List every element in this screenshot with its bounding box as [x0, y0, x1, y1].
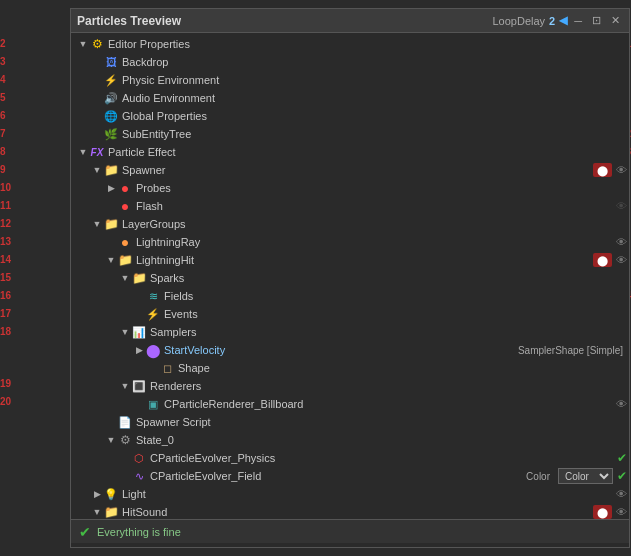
- marker-8: 8: [0, 146, 6, 157]
- tree-node-label: Backdrop: [122, 56, 627, 68]
- red-badge: ⬤: [593, 505, 612, 519]
- tree-row[interactable]: ≋Fields: [71, 287, 629, 305]
- tree-row[interactable]: ▼FXParticle Effect: [71, 143, 629, 161]
- tree-node-label: Probes: [136, 182, 627, 194]
- visibility-eye-icon[interactable]: 👁: [616, 164, 627, 176]
- loop-delay-value: 2: [549, 15, 555, 27]
- expand-arrow[interactable]: ▼: [119, 381, 131, 391]
- expand-arrow[interactable]: ▼: [105, 255, 117, 265]
- loop-delay-label: LoopDelay: [492, 15, 545, 27]
- tree-row[interactable]: ▼⚙Editor Properties: [71, 35, 629, 53]
- marker-11: 11: [0, 200, 11, 211]
- tree-node-label: Events: [164, 308, 627, 320]
- tree-row[interactable]: ⚡Physic Environment: [71, 71, 629, 89]
- tree-row[interactable]: ●Flash👁: [71, 197, 629, 215]
- folder-icon: 📁: [103, 504, 119, 519]
- expand-arrow[interactable]: ▼: [119, 273, 131, 283]
- dot-icon: ●: [117, 234, 133, 250]
- tree-node-label: Samplers: [150, 326, 627, 338]
- tree-node-label: Global Properties: [122, 110, 627, 122]
- visibility-eye-icon[interactable]: 👁: [616, 488, 627, 500]
- expand-arrow[interactable]: ▼: [91, 219, 103, 229]
- marker-6: 6: [0, 110, 6, 121]
- tree-node-label: Audio Environment: [122, 92, 627, 104]
- marker-20: 20: [0, 396, 11, 407]
- tree-row[interactable]: ▶●Probes: [71, 179, 629, 197]
- loop-delay-indicator: ◀: [559, 14, 567, 27]
- marker-18: 18: [0, 326, 11, 337]
- dot-icon: ●: [117, 198, 133, 214]
- tree-row[interactable]: ▼📁Sparks: [71, 269, 629, 287]
- status-text: Everything is fine: [97, 526, 181, 538]
- tree-row[interactable]: ▼🔳Renderers: [71, 377, 629, 395]
- tree-node-label: Fields: [164, 290, 627, 302]
- tree-node-label: CParticleEvolver_Physics: [150, 452, 617, 464]
- tree-node-label: StartVelocity: [164, 344, 518, 356]
- samplers-icon: 📊: [131, 324, 147, 340]
- tree-node-label: Renderers: [150, 380, 627, 392]
- tree-row[interactable]: 📄Spawner Script: [71, 413, 629, 431]
- tree-row[interactable]: ⬡CParticleEvolver_Physics✔: [71, 449, 629, 467]
- tree-area: ▼⚙Editor Properties🖼Backdrop⚡Physic Envi…: [71, 33, 629, 519]
- tree-row[interactable]: 🌐Global Properties: [71, 107, 629, 125]
- expand-arrow[interactable]: ▼: [91, 165, 103, 175]
- expand-arrow[interactable]: ▶: [133, 345, 145, 355]
- marker-19: 19: [0, 378, 11, 389]
- check-mark: ✔: [617, 469, 627, 483]
- expand-arrow[interactable]: ▼: [105, 435, 117, 445]
- expand-arrow[interactable]: ▼: [91, 507, 103, 517]
- color-dropdown[interactable]: Color: [558, 468, 613, 484]
- row-right-controls: 👁: [616, 488, 627, 500]
- tree-node-label: Editor Properties: [108, 38, 627, 50]
- marker-14: 14: [0, 254, 11, 265]
- red-badge: ⬤: [593, 253, 612, 267]
- status-bar: ✔ Everything is fine: [71, 519, 629, 543]
- visibility-eye-icon[interactable]: 👁: [616, 398, 627, 410]
- tree-row[interactable]: ⚡Events: [71, 305, 629, 323]
- tree-row[interactable]: ◻Shape: [71, 359, 629, 377]
- tree-node-label: State_0: [136, 434, 627, 446]
- expand-arrow[interactable]: ▶: [105, 183, 117, 193]
- dock-button[interactable]: ⊡: [589, 13, 604, 28]
- visibility-eye-icon[interactable]: 👁: [616, 200, 627, 212]
- tree-node-label: CParticleRenderer_Billboard: [164, 398, 616, 410]
- marker-13: 13: [0, 236, 11, 247]
- tree-node-label: Spawner: [122, 164, 593, 176]
- visibility-eye-icon[interactable]: 👁: [616, 506, 627, 518]
- tree-row[interactable]: ▼⚙State_0: [71, 431, 629, 449]
- visibility-eye-icon[interactable]: 👁: [616, 254, 627, 266]
- marker-17: 17: [0, 308, 11, 319]
- tree-row[interactable]: ▼📊Samplers: [71, 323, 629, 341]
- tree-row[interactable]: ▣CParticleRenderer_Billboard👁: [71, 395, 629, 413]
- tree-row[interactable]: ▼📁Spawner⬤👁: [71, 161, 629, 179]
- row-right-controls: ⬤👁: [593, 505, 627, 519]
- panel-header: Particles Treeview LoopDelay 2 ◀ ─ ⊡ ✕: [71, 9, 629, 33]
- row-right-controls: SamplerShape [Simple]: [518, 345, 627, 356]
- wave-icon: ∿: [131, 468, 147, 484]
- tree-row[interactable]: ●LightningRay👁: [71, 233, 629, 251]
- gear-icon: ⚙: [89, 36, 105, 52]
- expand-arrow[interactable]: ▼: [119, 327, 131, 337]
- tree-row[interactable]: ∿CParticleEvolver_FieldColorColor✔: [71, 467, 629, 485]
- tree-row[interactable]: ▶⬤StartVelocitySamplerShape [Simple]: [71, 341, 629, 359]
- tree-row[interactable]: 🌿SubEntityTree: [71, 125, 629, 143]
- tree-row[interactable]: ▶💡Light👁: [71, 485, 629, 503]
- tree-row[interactable]: ▼📁HitSound⬤👁: [71, 503, 629, 519]
- marker-3: 3: [0, 56, 6, 67]
- expand-arrow[interactable]: ▶: [91, 489, 103, 499]
- expand-arrow[interactable]: ▼: [77, 39, 89, 49]
- visibility-eye-icon[interactable]: 👁: [616, 236, 627, 248]
- expand-arrow[interactable]: ▼: [77, 147, 89, 157]
- tree-row[interactable]: 🖼Backdrop: [71, 53, 629, 71]
- close-button[interactable]: ✕: [608, 13, 623, 28]
- status-icon: ✔: [79, 524, 91, 540]
- tree-row[interactable]: 🔊Audio Environment: [71, 89, 629, 107]
- marker-16: 16: [0, 290, 11, 301]
- row-right-controls: ⬤👁: [593, 163, 627, 177]
- tree-icon: 🌿: [103, 126, 119, 142]
- minimize-button[interactable]: ─: [571, 14, 585, 28]
- tree-row[interactable]: ▼📁LayerGroups: [71, 215, 629, 233]
- tree-row[interactable]: ▼📁LightningHit⬤👁: [71, 251, 629, 269]
- script-icon: 📄: [117, 414, 133, 430]
- tree-node-label: LightningRay: [136, 236, 616, 248]
